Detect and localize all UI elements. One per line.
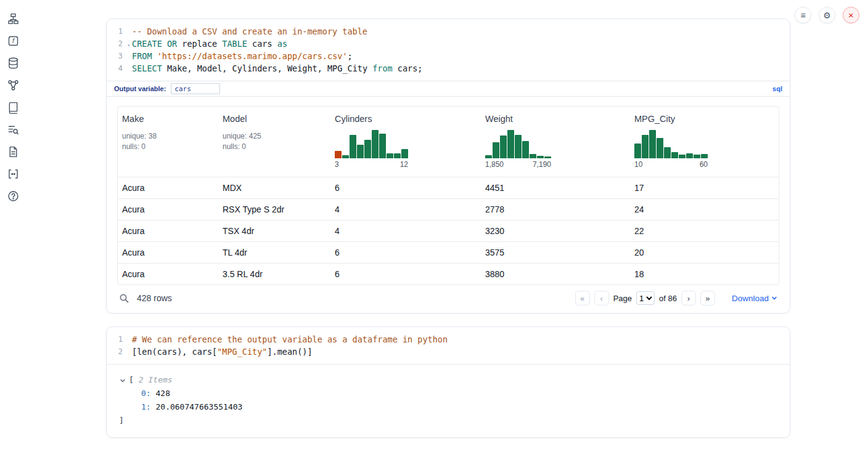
first-page-button[interactable]: « <box>575 291 590 305</box>
python-cell: 1# We can reference the output variable … <box>106 326 790 438</box>
next-page-button[interactable]: › <box>681 291 696 305</box>
search-icon[interactable] <box>119 293 129 304</box>
download-button[interactable]: Download <box>732 294 777 303</box>
settings-button[interactable]: ⚙ <box>819 7 835 23</box>
output-variable-input[interactable] <box>171 83 220 94</box>
document-icon <box>7 145 20 158</box>
line-number: 2 <box>107 38 123 50</box>
column-histogram[interactable]: 312 <box>335 129 408 169</box>
code-brackets-icon <box>7 168 20 180</box>
row-count: 428 rows <box>137 293 172 303</box>
sql-cell: 1-- Download a CSV and create an in-memo… <box>106 18 790 313</box>
close-icon: × <box>848 10 854 20</box>
file-tree-icon <box>7 12 20 25</box>
table-header-row: Makeunique: 38nulls: 0Modelunique: 425nu… <box>118 107 779 177</box>
chevron-right-icon: › <box>687 294 690 303</box>
column-header[interactable]: Weight1,8507,190 <box>481 114 630 169</box>
collapse-toggle[interactable] <box>119 376 126 384</box>
column-header[interactable]: Modelunique: 425nulls: 0 <box>218 114 330 169</box>
table-cell: 3880 <box>481 264 630 285</box>
column-histogram[interactable]: 1060 <box>634 129 708 169</box>
column-header[interactable]: MPG_City1060 <box>630 114 779 169</box>
prev-page-button[interactable]: ‹ <box>594 291 609 305</box>
table-cell: Acura <box>118 264 218 285</box>
last-page-button[interactable]: » <box>700 291 715 305</box>
sql-cell-output: Makeunique: 38nulls: 0Modelunique: 425nu… <box>107 97 790 313</box>
left-sidebar: f <box>6 12 20 204</box>
graph-icon <box>7 79 20 92</box>
column-header[interactable]: Cylinders312 <box>330 114 481 169</box>
result-item: 1: 20.060747663551403 <box>119 400 780 414</box>
result-entries: 0: 4281: 20.060747663551403 <box>119 387 780 414</box>
column-histogram[interactable]: 1,8507,190 <box>485 129 551 169</box>
table-cell: RSX Type S 2dr <box>218 199 330 220</box>
chevron-down-icon <box>120 378 126 384</box>
items-count-label: 2 Items <box>139 373 173 387</box>
table-cell: 17 <box>630 177 779 198</box>
code-line: 3FROM 'https://datasets.marimo.app/cars.… <box>107 50 781 62</box>
language-badge: sql <box>772 85 782 92</box>
page-total: of 86 <box>659 294 677 303</box>
table-cell: 6 <box>330 177 481 198</box>
documentation-button[interactable] <box>6 101 20 115</box>
table-cell: 3230 <box>481 220 630 241</box>
scratchpad-button[interactable]: f <box>6 34 20 49</box>
chevron-down-icon <box>771 295 777 301</box>
menu-button[interactable]: ≡ <box>795 7 811 23</box>
help-icon <box>7 190 20 203</box>
code-line: 1# We can reference the output variable … <box>107 333 781 346</box>
table-cell: TL 4dr <box>218 242 330 263</box>
help-button[interactable] <box>6 190 20 204</box>
table-cell: Acura <box>118 220 218 241</box>
sql-code-editor[interactable]: 1-- Download a CSV and create an in-memo… <box>107 19 790 81</box>
page-label: Page <box>613 294 632 303</box>
table-row[interactable]: AcuraMDX6445117 <box>118 177 779 198</box>
gear-icon: ⚙ <box>823 10 831 20</box>
output-variable-label: Output variable: <box>114 85 166 92</box>
table-cell: Acura <box>118 199 218 220</box>
close-bracket: ] <box>119 414 124 427</box>
line-number: 3 <box>107 50 123 62</box>
data-table: Makeunique: 38nulls: 0Modelunique: 425nu… <box>117 106 779 285</box>
line-number: 4 <box>107 62 123 75</box>
page-select[interactable]: 1 <box>636 291 655 305</box>
book-icon <box>7 101 20 114</box>
table-cell: 3.5 RL 4dr <box>218 264 330 285</box>
line-number: 1 <box>107 25 123 38</box>
file-explorer-button[interactable] <box>6 12 20 26</box>
code-line: 1-- Download a CSV and create an in-memo… <box>107 25 781 38</box>
table-cell: 20 <box>630 242 779 263</box>
datasources-button[interactable] <box>6 57 20 71</box>
database-icon <box>7 57 20 70</box>
dependency-graph-button[interactable] <box>6 79 20 93</box>
table-of-contents-button[interactable] <box>6 123 20 137</box>
svg-text:f: f <box>12 37 15 44</box>
table-cell: 6 <box>330 242 481 263</box>
chevron-left-icon: ‹ <box>600 294 602 303</box>
logs-button[interactable] <box>6 145 20 160</box>
table-cell: 4 <box>330 220 481 241</box>
double-chevron-right-icon: » <box>705 294 710 303</box>
table-cell: Acura <box>118 177 218 198</box>
double-chevron-left-icon: « <box>580 294 584 303</box>
table-cell: 2778 <box>481 199 630 220</box>
shutdown-button[interactable]: × <box>843 7 859 23</box>
topbar-controls: ≡ ⚙ × <box>795 7 859 23</box>
result-root: [ 2 Items <box>119 373 780 387</box>
table-cell: 18 <box>630 264 779 285</box>
table-row[interactable]: AcuraRSX Type S 2dr4277824 <box>118 198 779 220</box>
table-cell: 4 <box>330 199 481 220</box>
table-row[interactable]: Acura3.5 RL 4dr6388018 <box>118 263 779 285</box>
download-label: Download <box>732 294 769 303</box>
table-cell: 4451 <box>481 177 630 198</box>
table-cell: 6 <box>330 264 481 285</box>
snippets-button[interactable] <box>6 168 20 182</box>
python-cell-output: [ 2 Items 0: 4281: 20.060747663551403 ] <box>107 364 790 437</box>
table-cell: MDX <box>218 177 330 198</box>
table-row[interactable]: AcuraTL 4dr6357520 <box>118 241 779 263</box>
python-code-editor[interactable]: 1# We can reference the output variable … <box>107 327 790 364</box>
open-bracket: [ <box>129 373 134 387</box>
table-row[interactable]: AcuraTSX 4dr4323022 <box>118 220 779 241</box>
list-search-icon <box>7 123 20 136</box>
column-header[interactable]: Makeunique: 38nulls: 0 <box>118 114 218 169</box>
